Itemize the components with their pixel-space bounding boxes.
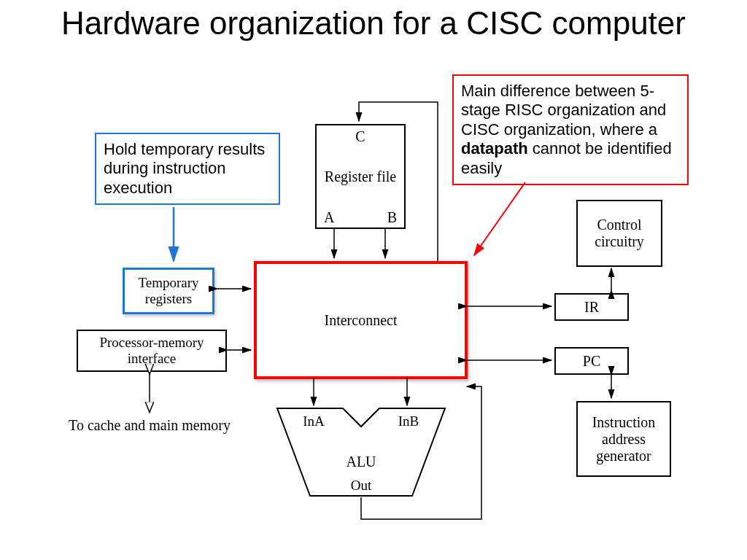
block-processor-memory-interface: Processor-memory interface [77,330,227,372]
block-ir: IR [554,293,629,321]
port-label-a: A [324,209,334,226]
callout-datapath-difference: Main difference between 5-stage RISC org… [452,74,689,185]
block-control-circuitry: Control circuitry [576,200,662,267]
block-temporary-registers: Temporary registers [123,268,214,314]
label-to-cache: To cache and main memory [55,417,244,434]
alu-label: ALU [346,454,376,470]
block-interconnect: Interconnect [254,261,468,379]
alu-port-ina: InA [303,413,325,429]
callout-temporary-results: Hold temporary results during instructio… [95,133,280,205]
svg-line-12 [474,182,525,255]
register-file-label: Register file [325,168,396,184]
alu-port-inb: InB [398,413,419,429]
port-label-c: C [317,128,404,145]
block-instruction-address-generator: Instruction address generator [576,401,671,477]
alu-port-out: Out [351,478,372,493]
slide-title: Hardware organization for a CISC compute… [0,6,747,41]
port-label-b: B [387,209,397,226]
callout-red-bold: datapath [461,139,528,158]
callout-red-text-1: Main difference between 5-stage RISC org… [461,82,666,139]
block-pc: PC [554,347,629,375]
block-register-file: C Register file A B [315,124,406,229]
